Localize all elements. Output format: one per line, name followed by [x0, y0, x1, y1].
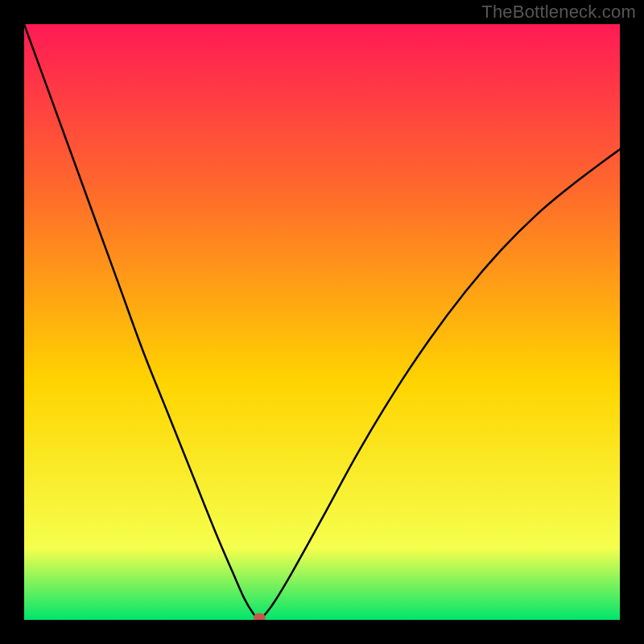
chart-frame: TheBottleneck.com — [0, 0, 644, 644]
gradient-background — [24, 24, 620, 620]
chart-svg — [24, 24, 620, 620]
watermark-label: TheBottleneck.com — [481, 2, 636, 23]
plot-area — [24, 24, 620, 620]
